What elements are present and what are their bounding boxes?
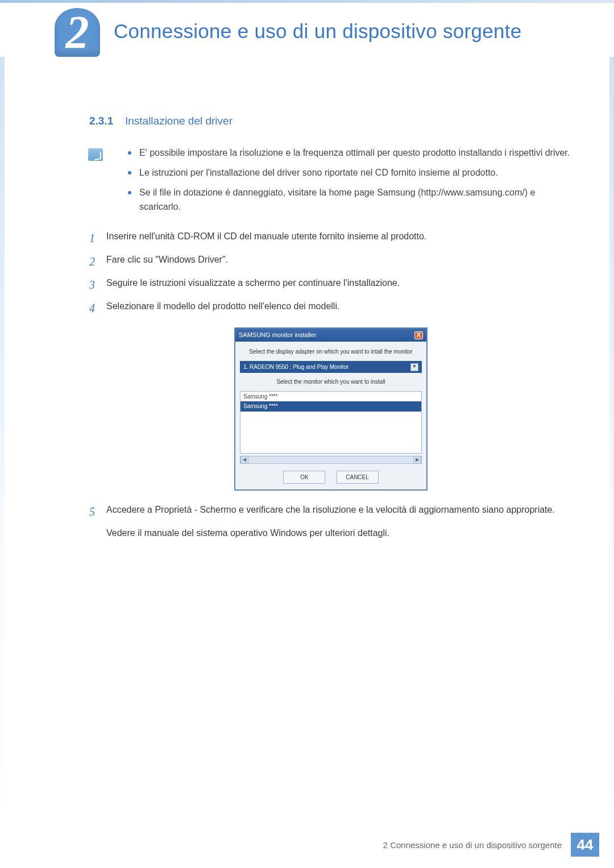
page: 2 Connessione e uso di un dispositivo so… <box>0 0 614 868</box>
chapter-title: Connessione e uso di un dispositivo sorg… <box>114 20 522 43</box>
note-item: Se il file in dotazione è danneggiato, v… <box>128 186 572 214</box>
step-number: 1 <box>89 230 106 247</box>
close-icon[interactable]: X <box>414 331 423 339</box>
step-text: Inserire nell'unità CD-ROM il CD del man… <box>106 230 572 244</box>
steps-list-2: 5 Accedere a Proprietà - Schermo e verif… <box>89 503 572 521</box>
horizontal-scrollbar[interactable]: ◀ ▶ <box>240 456 422 464</box>
chapter-number: 2 <box>66 9 89 56</box>
installer-label-monitor: Select the monitor which you want to ins… <box>235 374 426 390</box>
page-number: 44 <box>571 833 599 857</box>
ok-button[interactable]: OK <box>283 471 325 484</box>
step-row: 4 Selezionare il modello del prodotto ne… <box>89 300 572 317</box>
installer-label-adapter: Select the display adapter on which you … <box>235 342 426 360</box>
side-gradient-left <box>0 57 5 847</box>
note-item: E' possibile impostare la risoluzione e … <box>128 146 572 160</box>
header-stripe <box>0 0 614 3</box>
step-number: 5 <box>89 503 106 521</box>
step-text: Selezionare il modello del prodotto nell… <box>106 300 572 314</box>
adapter-select[interactable]: 1. RADEON 9550 : Plug and Play Monitor ▼ <box>240 361 422 373</box>
step-subtext: Vedere il manuale del sistema operativo … <box>106 526 572 541</box>
installer-buttons: OK CANCEL <box>235 471 426 484</box>
note-list: E' possibile impostare la risoluzione e … <box>128 146 572 219</box>
installer-dialog: SAMSUNG monitor installer X Select the d… <box>234 327 428 491</box>
step-row: 5 Accedere a Proprietà - Schermo e verif… <box>89 503 572 521</box>
step-number: 2 <box>89 253 106 271</box>
footer-text: 2 Connessione e uso di un dispositivo so… <box>383 840 562 850</box>
note-block: E' possibile impostare la risoluzione e … <box>89 146 572 219</box>
scroll-left-icon[interactable]: ◀ <box>240 456 248 463</box>
section-title: Installazione del driver <box>125 115 233 127</box>
installer-title: SAMSUNG monitor installer <box>239 330 316 340</box>
step-number: 4 <box>89 300 106 317</box>
installer-titlebar: SAMSUNG monitor installer X <box>235 329 426 342</box>
scroll-right-icon[interactable]: ▶ <box>413 456 421 463</box>
step-text: Fare clic su "Windows Driver". <box>106 253 572 267</box>
monitor-list[interactable]: Samsung **** Samsung **** <box>240 391 422 454</box>
adapter-select-value: 1. RADEON 9550 : Plug and Play Monitor <box>243 363 349 372</box>
note-icon <box>88 148 103 161</box>
step-text: Seguire le istruzioni visualizzate a sch… <box>106 276 572 290</box>
steps-list: 1 Inserire nell'unità CD-ROM il CD del m… <box>89 230 572 317</box>
cancel-button[interactable]: CANCEL <box>337 471 379 484</box>
section-heading: 2.3.1 Installazione del driver <box>89 109 572 130</box>
footer: 2 Connessione e uso di un dispositivo so… <box>0 833 614 857</box>
step-row: 1 Inserire nell'unità CD-ROM il CD del m… <box>89 230 572 247</box>
chevron-down-icon[interactable]: ▼ <box>410 363 418 371</box>
side-gradient-right <box>609 57 614 847</box>
step-row: 3 Seguire le istruzioni visualizzate a s… <box>89 276 572 294</box>
step-number: 3 <box>89 276 106 294</box>
step-row: 2 Fare clic su "Windows Driver". <box>89 253 572 271</box>
step-text: Accedere a Proprietà - Schermo e verific… <box>106 503 572 517</box>
content-area: 2.3.1 Installazione del driver E' possib… <box>89 109 572 541</box>
note-item: Le istruzioni per l'installazione del dr… <box>128 166 572 180</box>
chapter-badge: 2 <box>55 8 100 57</box>
list-item-selected[interactable]: Samsung **** <box>240 401 421 412</box>
list-item[interactable]: Samsung **** <box>240 392 421 402</box>
section-number: 2.3.1 <box>89 115 113 127</box>
